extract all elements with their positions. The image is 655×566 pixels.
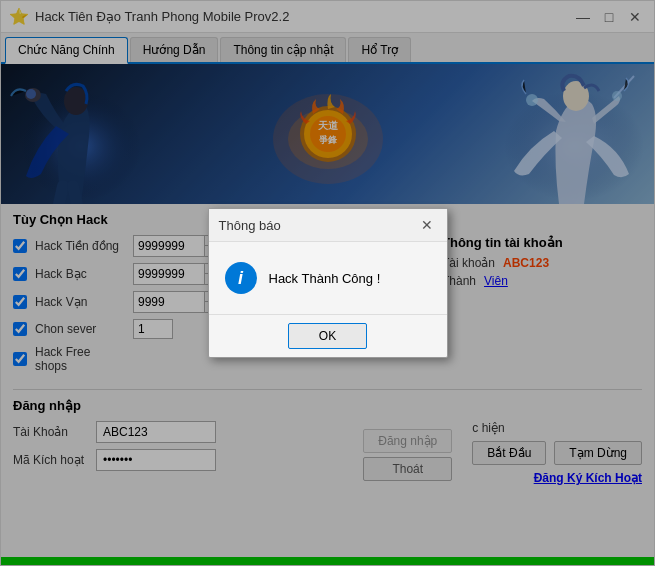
main-window: ⭐ Hack Tiên Đạo Tranh Phong Mobile Prov2…	[0, 0, 655, 566]
modal-body: i Hack Thành Công !	[209, 242, 447, 314]
notification-modal: Thông báo ✕ i Hack Thành Công ! OK	[208, 208, 448, 358]
modal-title: Thông báo	[219, 218, 281, 233]
modal-overlay: Thông báo ✕ i Hack Thành Công ! OK	[1, 1, 654, 565]
modal-title-bar: Thông báo ✕	[209, 209, 447, 242]
modal-footer: OK	[209, 314, 447, 357]
info-icon: i	[225, 262, 257, 294]
modal-message: Hack Thành Công !	[269, 271, 381, 286]
modal-close-button[interactable]: ✕	[417, 215, 437, 235]
ok-button[interactable]: OK	[288, 323, 367, 349]
